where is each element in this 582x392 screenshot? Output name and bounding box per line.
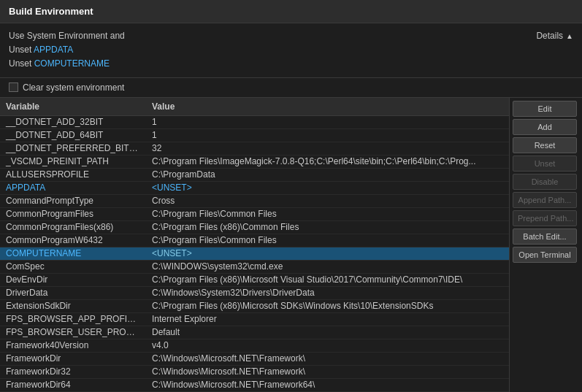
row-variable: CommonProgramFiles <box>0 208 146 220</box>
row-variable: FrameworkDir64 <box>0 379 146 391</box>
col-header-variable: Variable <box>0 100 146 113</box>
row-value: C:\Windows\Microsoft.NET\Framework\ <box>146 353 509 364</box>
table-row[interactable]: __DOTNET_ADD_64BIT1 <box>0 129 509 142</box>
details-section: Details ▲ <box>536 31 573 41</box>
table-row[interactable]: __DOTNET_PREFERRED_BITNESS32 <box>0 142 509 155</box>
subheader: Use System Environment and Unset APPDATA… <box>0 23 582 78</box>
table-row[interactable]: _VSCMD_PREINIT_PATHC:\Program Files\Imag… <box>0 155 509 169</box>
disable-button[interactable]: Disable <box>513 174 577 190</box>
env-table-area: Variable Value __DOTNET_ADD_32BIT1__DOTN… <box>0 98 509 392</box>
clear-env-label: Clear system environment <box>23 82 124 93</box>
row-value: v4.0 <box>146 339 509 351</box>
row-value: C:\Program Files\Common Files <box>146 208 509 220</box>
prepend-path-button[interactable]: Prepend Path... <box>513 210 577 226</box>
table-header: Variable Value <box>0 98 509 116</box>
row-value: <UNSET> <box>146 247 509 259</box>
batch-edit-button[interactable]: Batch Edit... <box>513 228 577 245</box>
open-terminal-button[interactable]: Open Terminal <box>513 247 577 263</box>
row-value: Cross <box>146 195 509 207</box>
append-path-button[interactable]: Append Path... <box>513 192 577 208</box>
table-row[interactable]: Framework40Versionv4.0 <box>0 339 509 353</box>
row-value: 1 <box>146 129 509 141</box>
row-variable: COMPUTERNAME <box>0 247 146 259</box>
row-variable: DriverData <box>0 287 146 299</box>
table-row[interactable]: CommonProgramFilesC:\Program Files\Commo… <box>0 208 509 221</box>
unset-button[interactable]: Unset <box>513 155 577 172</box>
row-value: C:\WINDOWS\system32\cmd.exe <box>146 261 509 272</box>
table-row[interactable]: COMPUTERNAME<UNSET> <box>0 247 509 261</box>
table-row[interactable]: __DOTNET_ADD_32BIT1 <box>0 116 509 129</box>
unset-prefix-2: Unset <box>9 58 34 69</box>
row-variable: DevEnvDir <box>0 274 146 285</box>
table-row[interactable]: FrameworkDirC:\Windows\Microsoft.NET\Fra… <box>0 353 509 366</box>
details-button[interactable]: Details <box>536 31 563 41</box>
row-value: C:\Program Files\ImageMagick-7.0.8-Q16;C… <box>146 155 509 167</box>
action-buttons-panel: Edit Add Reset Unset Disable Append Path… <box>509 98 582 392</box>
clear-env-row: Clear system environment <box>0 78 582 98</box>
table-row[interactable]: FPS_BROWSER_USER_PROFILE_STRINGDefault <box>0 326 509 339</box>
table-row[interactable]: DevEnvDirC:\Program Files (x86)\Microsof… <box>0 274 509 287</box>
title-text: Build Environment <box>9 6 93 17</box>
row-value: 32 <box>146 142 509 154</box>
row-variable: FPS_BROWSER_USER_PROFILE_STRING <box>0 326 146 338</box>
row-variable: __DOTNET_PREFERRED_BITNESS <box>0 142 146 154</box>
row-value: C:\Windows\Microsoft.NET\Framework\ <box>146 366 509 377</box>
row-variable: __DOTNET_ADD_32BIT <box>0 116 146 128</box>
row-value: C:\ProgramData <box>146 169 509 180</box>
row-value: C:\Program Files\Common Files <box>146 234 509 246</box>
row-variable: CommandPromptType <box>0 195 146 207</box>
details-arrow-icon: ▲ <box>566 32 573 40</box>
row-variable: ExtensionSdkDir <box>0 300 146 312</box>
table-scroll-area[interactable]: __DOTNET_ADD_32BIT1__DOTNET_ADD_64BIT1__… <box>0 116 509 392</box>
table-row[interactable]: APPDATA<UNSET> <box>0 182 509 195</box>
row-variable: FPS_BROWSER_APP_PROFILE_STRING <box>0 313 146 325</box>
computername-link[interactable]: COMPUTERNAME <box>34 58 110 69</box>
row-variable: _VSCMD_PREINIT_PATH <box>0 155 146 167</box>
col-header-value: Value <box>146 100 509 113</box>
row-variable: FrameworkDir <box>0 353 146 364</box>
edit-button[interactable]: Edit <box>513 101 577 117</box>
row-value: C:\Program Files (x86)\Microsoft SDKs\Wi… <box>146 300 509 312</box>
row-value: C:\Windows\Microsoft.NET\Framework64\ <box>146 379 509 391</box>
row-variable: ComSpec <box>0 261 146 272</box>
row-value: C:\Program Files (x86)\Common Files <box>146 221 509 233</box>
env-line1: Use System Environment and <box>9 31 125 41</box>
row-variable: ALLUSERSPROFILE <box>0 169 146 180</box>
table-row[interactable]: ComSpecC:\WINDOWS\system32\cmd.exe <box>0 261 509 274</box>
env-description: Use System Environment and Unset APPDATA… <box>9 29 125 72</box>
unset-prefix-1: Unset <box>9 45 34 55</box>
main-content: Variable Value __DOTNET_ADD_32BIT1__DOTN… <box>0 98 582 392</box>
table-row[interactable]: CommonProgramW6432C:\Program Files\Commo… <box>0 234 509 247</box>
row-value: Default <box>146 326 509 338</box>
reset-button[interactable]: Reset <box>513 137 577 153</box>
table-row[interactable]: CommandPromptTypeCross <box>0 195 509 208</box>
table-row[interactable]: FPS_BROWSER_APP_PROFILE_STRINGInternet E… <box>0 313 509 326</box>
row-variable: APPDATA <box>0 182 146 193</box>
table-row[interactable]: ExtensionSdkDirC:\Program Files (x86)\Mi… <box>0 300 509 313</box>
row-value: C:\Windows\System32\Drivers\DriverData <box>146 287 509 299</box>
add-button[interactable]: Add <box>513 119 577 135</box>
panel-title: Build Environment <box>0 0 582 23</box>
row-variable: Framework40Version <box>0 339 146 351</box>
clear-env-checkbox[interactable] <box>9 82 18 92</box>
appdata-link[interactable]: APPDATA <box>34 45 73 55</box>
row-value: Internet Explorer <box>146 313 509 325</box>
row-variable: __DOTNET_ADD_64BIT <box>0 129 146 141</box>
row-variable: FrameworkDir32 <box>0 366 146 377</box>
row-value: 1 <box>146 116 509 128</box>
row-value: <UNSET> <box>146 182 509 193</box>
build-environment-panel: Build Environment Use System Environment… <box>0 0 582 392</box>
table-row[interactable]: FrameworkDir64C:\Windows\Microsoft.NET\F… <box>0 379 509 392</box>
table-row[interactable]: ALLUSERSPROFILEC:\ProgramData <box>0 169 509 182</box>
table-row[interactable]: CommonProgramFiles(x86)C:\Program Files … <box>0 221 509 234</box>
row-variable: CommonProgramW6432 <box>0 234 146 246</box>
row-value: C:\Program Files (x86)\Microsoft Visual … <box>146 274 509 285</box>
table-row[interactable]: DriverDataC:\Windows\System32\Drivers\Dr… <box>0 287 509 300</box>
table-row[interactable]: FrameworkDir32C:\Windows\Microsoft.NET\F… <box>0 366 509 379</box>
row-variable: CommonProgramFiles(x86) <box>0 221 146 233</box>
